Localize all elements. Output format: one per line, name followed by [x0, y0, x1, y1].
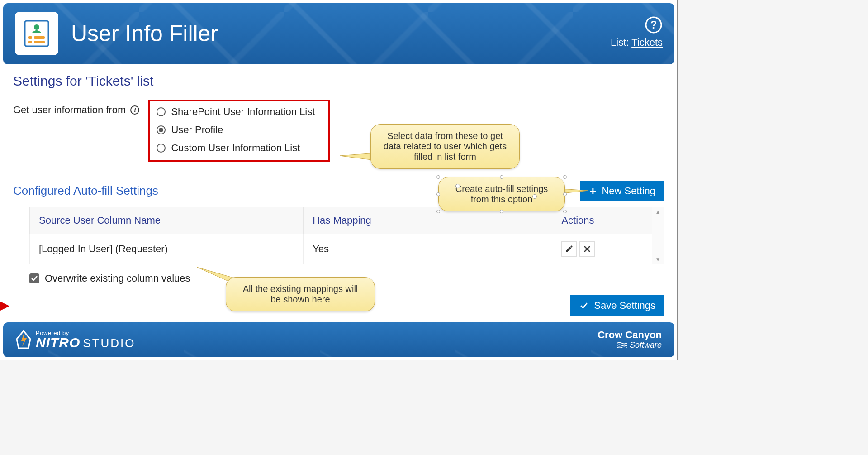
radio-button-selected-icon [157, 125, 166, 134]
svg-rect-4 [28, 41, 32, 43]
scroll-down[interactable]: ▼ [652, 255, 664, 264]
cell-source: [Logged In User] (Requester) [30, 234, 304, 264]
svg-rect-5 [34, 41, 45, 43]
info-icon[interactable]: i [130, 105, 139, 115]
brand-nitro: NITRO [36, 336, 80, 350]
table-row[interactable]: [Logged In User] (Requester) Yes [30, 234, 652, 264]
company-software: Software [617, 341, 662, 349]
page-title: User Info Filler [71, 20, 218, 47]
plus-icon: + [589, 185, 596, 197]
close-icon [583, 245, 591, 253]
settings-title: Settings for 'Tickets' list [13, 73, 664, 89]
svg-text:?: ? [650, 19, 657, 31]
callout-mappings: All the existing mappings will be shown … [226, 277, 375, 311]
callout-tail [340, 149, 375, 163]
help-icon[interactable]: ? [645, 16, 663, 34]
cell-mapping: Yes [304, 234, 552, 264]
pencil-icon [565, 245, 573, 253]
divider [13, 172, 664, 172]
source-options-box: SharePoint User Information List User Pr… [148, 100, 330, 162]
overwrite-label: Overwrite existing column values [45, 273, 190, 284]
company-name: Crow Canyon [598, 330, 662, 340]
callout-source-info: Select data from these to get data relat… [370, 124, 520, 169]
col-source[interactable]: Source User Column Name [30, 207, 304, 234]
radio-button-icon [157, 107, 166, 116]
table-scrollbar: ▲ ▼ [652, 207, 664, 264]
footer-left: Powered by NITRO STUDIO [16, 330, 136, 350]
save-settings-button[interactable]: Save Settings [570, 295, 664, 316]
col-actions: Actions [552, 207, 652, 234]
edit-button[interactable] [561, 241, 577, 257]
red-arrow-icon [0, 299, 10, 313]
cell-actions [552, 234, 652, 264]
delete-button[interactable] [579, 241, 595, 257]
footer-right: Crow Canyon Software [598, 330, 662, 349]
check-icon [579, 301, 588, 310]
svg-rect-2 [28, 36, 32, 39]
svg-rect-3 [34, 36, 45, 39]
wave-icon [617, 342, 627, 348]
source-label: Get user information from i [13, 100, 139, 116]
list-indicator: List: Tickets [611, 37, 663, 48]
app-header: User Info Filler ? List: Tickets [3, 3, 674, 64]
mappings-table: Source User Column Name Has Mapping Acti… [29, 207, 652, 264]
radio-sharepoint-list[interactable]: SharePoint User Information List [157, 106, 315, 118]
brand-studio: STUDIO [83, 337, 135, 349]
header-right: ? List: Tickets [611, 16, 663, 48]
scroll-up[interactable]: ▲ [652, 207, 664, 216]
radio-custom-list[interactable]: Custom User Information List [157, 142, 315, 154]
autofill-title: Configured Auto-fill Settings [13, 184, 158, 198]
app-icon [15, 12, 58, 55]
nitro-logo-icon [16, 330, 31, 349]
app-footer: Powered by NITRO STUDIO Crow Canyon Soft… [3, 322, 674, 357]
overwrite-checkbox[interactable] [29, 273, 39, 283]
list-prefix: List: [611, 37, 631, 48]
radio-button-icon [157, 144, 166, 153]
mappings-table-wrap: Source User Column Name Has Mapping Acti… [29, 207, 664, 264]
check-icon [31, 275, 38, 282]
callout-new-setting: Create auto-fill settings from this opti… [438, 177, 565, 211]
new-setting-button[interactable]: + New Setting [580, 181, 664, 201]
list-link[interactable]: Tickets [631, 37, 663, 48]
radio-user-profile[interactable]: User Profile [157, 124, 315, 136]
svg-point-1 [34, 24, 39, 30]
